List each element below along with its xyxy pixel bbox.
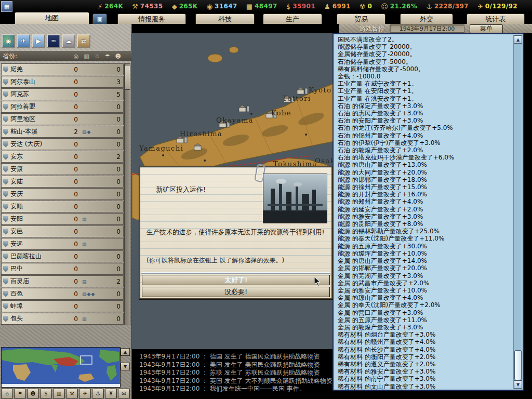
province-row[interactable]: 安东 0 2 [1, 151, 124, 163]
province-value-2: 0 [110, 228, 122, 235]
minimap-scroll-down-button[interactable]: ▼ [121, 363, 130, 370]
tab-production[interactable]: 生产 [263, 14, 322, 24]
province-name: 百灵庙 [10, 277, 70, 286]
event-report-line: 能源 的郑州产量改变了+4.0% [338, 198, 512, 205]
event-accept-button[interactable]: 太好了! [142, 275, 330, 285]
resource-value: 21.26% [390, 3, 417, 10]
minimap[interactable] [1, 347, 121, 388]
tab-map[interactable]: 地图 [15, 12, 89, 24]
toolbar-button[interactable]: $ [40, 389, 52, 398]
minimap-scroll-up-button[interactable]: ▲ [121, 348, 130, 356]
province-value-2: 0 [110, 178, 122, 185]
province-shield-icon [3, 179, 8, 185]
toolbar-button[interactable]: ⚓ [92, 389, 104, 398]
menu-button[interactable]: 菜单 [470, 24, 503, 33]
province-scroll-thumb[interactable] [125, 65, 130, 90]
province-value-2: 0 [110, 128, 122, 136]
filter-icon[interactable]: ☂ [105, 53, 110, 60]
mapmode-button[interactable]: ☁ [62, 34, 75, 48]
province-row[interactable]: 安阳 0 ▤ 0 [1, 213, 124, 225]
filter-icon[interactable]: ☃ [95, 53, 100, 60]
event-report-line: 能源 的五原产量改变了+30.0% [338, 243, 512, 250]
event-panel-scrollbar[interactable]: ▲ ▼ [513, 35, 522, 389]
province-value-1: 0 [70, 303, 78, 310]
resource-value: 6991 [332, 3, 351, 10]
scroll-up-icon[interactable]: ▲ [514, 35, 522, 44]
event-report-line: 石油 的龙江(齐齐哈尔)产量改变了+5.0% [338, 124, 512, 131]
province-value-1: 0 [70, 290, 78, 298]
toolbar-button[interactable]: ♜ [105, 389, 117, 398]
mapmode-button[interactable]: ≈ [47, 34, 60, 48]
mapmode-button[interactable]: ✈ [17, 34, 30, 48]
province-value-1: 0 [70, 166, 78, 173]
event-report-line: 石油 的惠民产量改变了+3.0% [338, 110, 512, 117]
mapmode-button[interactable]: ▶ [32, 34, 45, 48]
province-value-2: 0 [110, 141, 122, 148]
filter-icon[interactable]: ▥ [84, 53, 89, 60]
filter-icon[interactable]: ☻ [115, 53, 121, 60]
province-row[interactable]: 蚌埠 0 0 [1, 300, 124, 312]
toolbar-button[interactable]: ▥ [53, 389, 65, 398]
province-name: 巴中 [10, 264, 70, 273]
province-row[interactable]: 百灵庙 0 ▤ 2 [1, 275, 124, 287]
event-panel-scroll-thumb[interactable] [514, 350, 522, 380]
province-row[interactable]: 阿尔泰山 0 3 [1, 76, 124, 88]
resource-icon: $ [286, 3, 290, 10]
toolbar-button[interactable]: ⌂ [1, 389, 13, 398]
window-icon[interactable]: ▦ [1, 1, 12, 12]
province-resource-icons: ▤◆ [78, 129, 110, 135]
province-header-label: 省份: [3, 52, 17, 61]
province-row[interactable]: 阿拉善盟 0 0 [1, 101, 124, 113]
province-row[interactable]: 安庆 0 0 [1, 188, 124, 200]
toolbar-button[interactable]: ⚒ [66, 389, 78, 398]
province-row[interactable]: 安邑 0 0 [1, 225, 124, 237]
mapmode-button[interactable]: ◉ [2, 34, 15, 48]
province-row[interactable]: 阿克苏 0 5 [1, 88, 124, 100]
province-shield-icon [3, 66, 8, 73]
tab-diplomacy[interactable]: 外交 [400, 14, 453, 24]
status-strip: 游戏暂停 1943年9月17日2:00 菜单 [339, 24, 532, 33]
tab-intelligence[interactable]: 情报服务 [117, 14, 186, 24]
toolbar-button[interactable]: ⚑ [14, 389, 26, 398]
province-filter-icons: ◎▥☃☂☻ [74, 53, 121, 60]
resource-item: $ 35901 [286, 3, 315, 10]
province-row[interactable]: 安康 0 0 [1, 163, 124, 175]
province-row[interactable]: 阿里地区 0 0 [1, 113, 124, 125]
province-value-2: 0 [110, 103, 122, 111]
tab-technology[interactable]: 科技 [195, 14, 255, 24]
map-city-label: Tottori [283, 95, 311, 102]
event-report-line: 金属 的邯郸产量改变了+20.0% [338, 264, 512, 272]
map-city-label: Yamaguchi [139, 144, 183, 152]
event-decline-button[interactable]: 没必要! [142, 287, 330, 297]
province-row[interactable]: 婼羌 0 0 [1, 63, 124, 75]
filter-icon[interactable]: ◎ [74, 53, 79, 60]
province-value-2: 2 [110, 153, 122, 161]
province-value-2: 0 [110, 166, 122, 173]
province-row[interactable]: 安顺 0 0 [1, 201, 124, 212]
province-scrollbar[interactable] [124, 63, 130, 325]
province-name: 包头 [10, 314, 70, 323]
resource-item: ☢ 0 [360, 3, 372, 10]
province-name: 婼羌 [10, 65, 70, 74]
province-row[interactable]: 安达 (大庆) 0 0 [1, 138, 124, 150]
province-row[interactable]: 包头 0 ▤ 0 [1, 313, 124, 325]
event-report-line: 能源 的延安产量改变了+2.0% [338, 206, 512, 213]
province-row[interactable]: 巴颜喀拉山 0 0 [1, 250, 124, 262]
province-row[interactable]: 安远 0 ▤ [1, 238, 124, 250]
province-row[interactable]: 巴中 0 0 [1, 263, 124, 275]
scroll-down-icon[interactable]: ▼ [514, 380, 522, 389]
resource-value: 265K [179, 3, 198, 10]
tab-picture-button[interactable]: ▣ [92, 14, 107, 24]
toolbar-button[interactable]: ✉ [118, 389, 130, 398]
province-shield-icon [3, 316, 8, 322]
mapmode-button[interactable]: ⇄ [77, 34, 90, 48]
province-row[interactable]: 鞍山-本溪 2 ▤◆ 0 [1, 126, 124, 138]
event-report-line: 稀有材料 的文山产量改变了+3.0% [338, 383, 512, 390]
tab-statistics[interactable]: 统计表 [467, 14, 525, 24]
toolbar-button[interactable]: ☻ [27, 389, 39, 398]
province-row[interactable]: 安陆 0 0 [1, 176, 124, 188]
province-row[interactable]: 百色 0 ▤◆◆ 0 [1, 288, 124, 300]
toolbar-button[interactable]: ✈ [79, 389, 91, 398]
tab-trade[interactable]: 贸易 [337, 14, 385, 24]
event-report-line: 稀有材料 的长沙产量改变了+4.0% [338, 346, 512, 353]
